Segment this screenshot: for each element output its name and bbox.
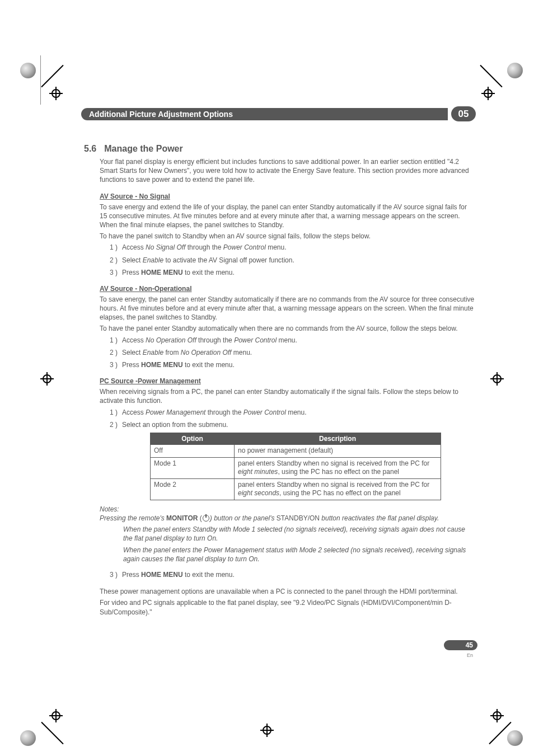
print-mark-circle — [507, 730, 523, 746]
step-1: 1 )Access No Signal Off through the Powe… — [110, 243, 476, 252]
step-2: 2 )Select Enable to activate the AV Sign… — [110, 256, 476, 265]
chapter-header: Additional Picture Adjustment Options 05 — [81, 106, 476, 121]
print-mark-circle — [20, 63, 36, 78]
av-nosignal-steps: 1 )Access No Signal Off through the Powe… — [110, 243, 476, 277]
page-language: En — [467, 652, 473, 658]
print-mark-crosshair — [481, 87, 495, 100]
notes-label: Notes: — [100, 505, 123, 514]
footer-p1: These power management options are unava… — [100, 587, 476, 596]
th-description: Description — [235, 433, 441, 444]
pc-pm-p1: When receiving signals from a PC, the pa… — [100, 387, 476, 405]
options-table: Option Description Off no power manageme… — [150, 433, 441, 500]
section-name: Manage the Power — [104, 144, 182, 153]
cell-option: Mode 1 — [151, 457, 235, 478]
chapter-number: 05 — [451, 106, 476, 121]
print-mark-crosshair — [490, 372, 504, 386]
subhead-av-nosignal: AV Source - No Signal — [100, 192, 476, 200]
av-nonop-p2: To have the panel enter Standby automati… — [100, 324, 476, 333]
notes-line-1: Pressing the remote's MONITOR () button … — [100, 514, 463, 523]
power-icon — [203, 515, 209, 522]
subhead-pc-pm: PC Source -Power Management — [100, 377, 476, 385]
table-header-row: Option Description — [151, 433, 441, 444]
av-nonop-steps: 1 )Access No Operation Off through the P… — [110, 336, 476, 370]
print-mark-crosshair — [490, 709, 504, 722]
table-row: Mode 2 panel enters Standby when no sign… — [151, 478, 441, 500]
pc-pm-step3: 3 )Press HOME MENU to exit the menu. — [110, 570, 476, 579]
av-nosignal-p2: To have the panel switch to Standby when… — [100, 232, 476, 241]
step-2: 2 )Select Enable from No Operation Off m… — [110, 348, 476, 357]
chapter-title: Additional Picture Adjustment Options — [81, 108, 448, 120]
print-mark-crosshair — [49, 87, 63, 100]
print-mark-crosshair — [260, 724, 274, 737]
cell-option: Off — [151, 444, 235, 457]
table-row: Mode 1 panel enters Standby when no sign… — [151, 457, 441, 478]
subhead-av-nonop: AV Source - Non-Operational — [100, 285, 476, 293]
cell-option: Mode 2 — [151, 478, 235, 500]
notes-line-3: When the panel enters the Power Manageme… — [123, 546, 476, 564]
step-3: 3 )Press HOME MENU to exit the menu. — [110, 268, 476, 277]
print-mark-crosshair — [40, 372, 54, 386]
cell-description: no power management (default) — [235, 444, 441, 457]
section-title: 5.6Manage the Power — [84, 144, 476, 154]
section-number: 5.6 — [84, 144, 96, 153]
th-option: Option — [151, 433, 235, 444]
step-3: 3 )Press HOME MENU to exit the menu. — [110, 360, 476, 369]
intro-paragraph: Your flat panel display is energy effici… — [100, 157, 476, 185]
av-nosignal-p1: To save energy and extend the life of yo… — [100, 203, 476, 230]
page-number: 45 — [444, 640, 477, 650]
footer-p2: For video and PC signals applicable to t… — [100, 598, 476, 616]
step-1: 1 )Access Power Management through the P… — [110, 408, 476, 417]
print-mark-circle — [507, 63, 523, 78]
notes-block: Notes:Pressing the remote's MONITOR () b… — [100, 505, 476, 523]
av-nonop-p1: To save energy, the panel can enter Stan… — [100, 295, 476, 322]
step-1: 1 )Access No Operation Off through the P… — [110, 336, 476, 345]
cell-description: panel enters Standby when no signal is r… — [235, 457, 441, 478]
step-2: 2 )Select an option from the submenu. — [110, 420, 476, 429]
table-row: Off no power management (default) — [151, 444, 441, 457]
print-mark-crosshair — [49, 709, 63, 722]
pc-pm-steps: 1 )Access Power Management through the P… — [110, 408, 476, 429]
step-3: 3 )Press HOME MENU to exit the menu. — [110, 570, 476, 579]
cell-description: panel enters Standby when no signal is r… — [235, 478, 441, 500]
notes-line-2: When the panel enters Standby with Mode … — [123, 525, 476, 543]
print-mark-circle — [20, 730, 36, 746]
